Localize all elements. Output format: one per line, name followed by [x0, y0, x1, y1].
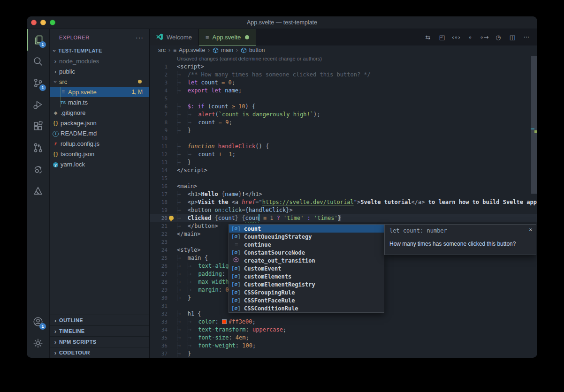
code-line-1[interactable]: 1<script> — [150, 63, 537, 71]
code-line-33[interactable]: 33→ → color: #ff3e00; — [150, 318, 537, 326]
tree-item-rollup-config-js[interactable]: rrollup.config.js — [50, 138, 149, 149]
code-line-18[interactable]: 18→ <p>Visit the <a href="https://svelte… — [150, 198, 537, 206]
editor-scrollbar[interactable] — [531, 55, 537, 358]
sidebar-panel-codetour[interactable]: ›CODETOUR — [50, 347, 149, 358]
activity-bar-item-settings[interactable] — [27, 332, 49, 354]
suggest-item-customelements[interactable]: [∅]customElements — [229, 272, 384, 280]
tree-item-app-svelte[interactable]: ≡App.svelte1, M — [50, 87, 149, 97]
activity-bar-item-azure[interactable] — [27, 180, 49, 202]
close-window-button[interactable] — [31, 20, 37, 25]
code-token: → — [177, 191, 188, 197]
workspace-root-row[interactable]: ›TEST-TEMPLATE — [50, 45, 149, 56]
suggest-item-countqueuingstrategy[interactable]: [∅]CountQueuingStrategy — [229, 233, 384, 241]
code-token: color — [198, 318, 215, 325]
more-actions-icon[interactable]: ··· — [520, 34, 533, 41]
activity-bar-item-extensions[interactable] — [27, 115, 49, 137]
activity-bar-item-search[interactable] — [27, 51, 49, 72]
code-line-3[interactable]: 3→ let count = 0; — [150, 79, 537, 87]
previous-change-icon[interactable]: ∘ — [464, 34, 476, 41]
code-line-37[interactable]: 37→ } — [150, 350, 537, 358]
code-line-7[interactable]: 7→ → alert(`count is dangerously high!`)… — [150, 111, 537, 119]
suggest-item-label: customElements — [244, 273, 291, 280]
activity-bar-item-source-control[interactable]: 1 — [27, 72, 49, 94]
code-token: count — [218, 215, 235, 221]
tree-item-src[interactable]: ›src — [50, 76, 149, 87]
sidebar-panel-npm-scripts[interactable]: ›NPM SCRIPTS — [50, 336, 149, 347]
code-line-2[interactable]: 2→ /** How many times has someone clicke… — [150, 71, 537, 79]
sidebar-panel-timeline[interactable]: ›TIMELINE — [50, 325, 149, 336]
suggest-item-customevent[interactable]: [∅]CustomEvent — [229, 264, 384, 272]
code-line-15[interactable]: 15 — [150, 174, 537, 182]
codetour-timer-icon[interactable]: ◷ — [492, 34, 504, 41]
code-token: }> — [286, 207, 292, 213]
code-line-11[interactable]: 11→ function handleClick() { — [150, 143, 537, 151]
code-line-12[interactable]: 12→ → count += 1; — [150, 151, 537, 158]
suggest-item-create_out_transition[interactable]: create_out_transition — [229, 256, 384, 264]
tree-item-public[interactable]: ›public — [50, 66, 149, 76]
tree-item-readme-md[interactable]: iREADME.md — [50, 128, 149, 138]
breadcrumb-item-main[interactable]: main — [213, 47, 233, 53]
next-change-icon[interactable]: ∘→ — [478, 34, 490, 41]
code-token: <a — [232, 199, 242, 205]
line-content: → <p>Visit the <a href="https://svelte.d… — [177, 198, 537, 206]
sidebar-panel-outline[interactable]: ›OUTLINE — [50, 315, 149, 325]
lightbulb-icon[interactable] — [169, 216, 174, 220]
breadcrumb-item-src[interactable]: src — [158, 47, 166, 53]
nav-back-icon[interactable]: ‹∘› — [450, 34, 462, 41]
code-editor[interactable]: Unsaved changes (cannot determine recent… — [150, 55, 537, 358]
tree-item-node-modules[interactable]: ›node_modules — [50, 56, 149, 66]
code-line-16[interactable]: 16<main> — [150, 182, 537, 190]
title-bar[interactable]: App.svelte — test-template — [27, 16, 537, 29]
scrollbar-thumb[interactable] — [531, 56, 537, 194]
line-number: 29 — [150, 286, 168, 294]
code-line-10[interactable]: 10 — [150, 135, 537, 143]
breadcrumb-item-button[interactable]: button — [241, 47, 265, 53]
sidebar-more-actions-icon[interactable]: ··· — [136, 34, 144, 41]
code-line-17[interactable]: 17→ <h1>Hello {name}!</h1> — [150, 190, 537, 198]
tree-item-package-json[interactable]: {}package.json — [50, 118, 149, 128]
line-number: 20 — [150, 214, 168, 222]
minimize-window-button[interactable] — [40, 20, 46, 25]
file-icon: {} — [52, 120, 60, 126]
code-line-5[interactable]: 5 — [150, 95, 537, 103]
code-line-4[interactable]: 4→ export let name; — [150, 87, 537, 95]
code-line-14[interactable]: 14</script> — [150, 166, 537, 174]
activity-bar-item-explorer[interactable]: 1 — [27, 29, 49, 51]
code-line-35[interactable]: 35→ → font-size: 4em; — [150, 334, 537, 342]
code-line-8[interactable]: 8→ → count = 9; — [150, 119, 537, 127]
tree-item-main-ts[interactable]: TSmain.ts — [50, 97, 149, 107]
activity-bar-item-live-share[interactable] — [27, 158, 49, 180]
activity-bar-item-github-pull-requests[interactable] — [27, 137, 49, 158]
breadcrumb-item-app-svelte[interactable]: ≡App.svelte — [173, 47, 205, 53]
code-line-36[interactable]: 36→ → font-weight: 100; — [150, 342, 537, 350]
tree-item-tsconfig-json[interactable]: {}tsconfig.json — [50, 149, 149, 159]
suggest-item-continue[interactable]: ≡continue — [229, 241, 384, 249]
tree-item--gitignore[interactable]: ◆.gitignore — [50, 107, 149, 118]
code-line-13[interactable]: 13→ } — [150, 158, 537, 166]
code-line-34[interactable]: 34→ → text-transform: uppercase; — [150, 326, 537, 334]
suggest-item-customelementregistry[interactable]: [∅]CustomElementRegistry — [229, 280, 384, 288]
suggest-item-cssfontfacerule[interactable]: [∅]CSSFontFaceRule — [229, 296, 384, 304]
code-token: 'times' — [314, 215, 338, 221]
code-token: → — [177, 103, 188, 110]
activity-bar-item-run-debug[interactable] — [27, 94, 49, 115]
code-line-19[interactable]: 19→ <button on:click={handleClick}> — [150, 206, 537, 214]
git-compare-icon[interactable]: ⇆ — [422, 34, 434, 41]
line-number: 35 — [150, 334, 168, 342]
tab-app-svelte[interactable]: ≡App.svelte — [199, 29, 256, 45]
suggest-item-cssconditionrule[interactable]: [∅]CSSConditionRule — [229, 304, 384, 312]
code-line-20[interactable]: 20→ Clicked {count} {coun ≡ 1 ? 'time' :… — [150, 214, 537, 222]
split-editor-icon[interactable]: ◫ — [506, 34, 518, 41]
code-line-6[interactable]: 6→ $: if (count ≥ 10) { — [150, 103, 537, 111]
tab-welcome[interactable]: Welcome — [150, 29, 199, 45]
activity-bar-item-accounts[interactable]: 1 — [27, 311, 49, 332]
suggest-item-count[interactable]: [∅]count — [229, 225, 384, 233]
line-content: → → count += 1; — [177, 151, 537, 158]
suggest-item-cssgroupingrule[interactable]: [∅]CSSGroupingRule — [229, 288, 384, 296]
open-changes-icon[interactable]: ◰ — [436, 34, 448, 41]
tree-item-yarn-lock[interactable]: yyarn.lock — [50, 159, 149, 169]
suggest-item-constantsourcenode[interactable]: [∅]ConstantSourceNode — [229, 249, 384, 256]
zoom-window-button[interactable] — [50, 20, 55, 25]
code-line-9[interactable]: 9→ } — [150, 127, 537, 135]
close-icon[interactable]: ✕ — [529, 226, 532, 233]
